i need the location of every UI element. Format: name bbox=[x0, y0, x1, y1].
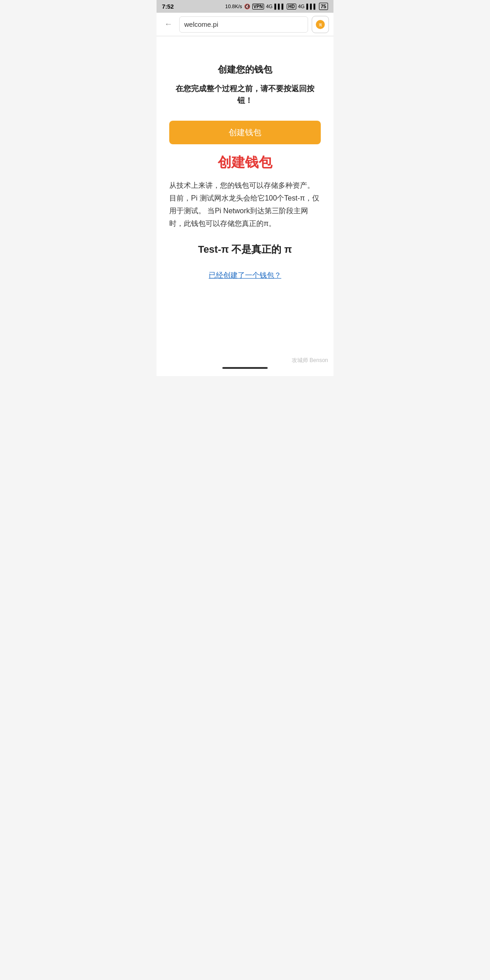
vpn-label: VPN bbox=[252, 4, 265, 10]
svg-text:π: π bbox=[319, 21, 322, 27]
section-heading: 创建钱包 bbox=[218, 153, 272, 172]
bottom-area: 攻城师 Benson bbox=[157, 354, 333, 376]
mute-icon: 🔇 bbox=[244, 4, 250, 10]
already-created-link[interactable]: 已经创建了一个钱包？ bbox=[209, 271, 281, 280]
signal-bars: ▌▌▌ bbox=[274, 4, 285, 9]
warning-text: 在您完成整个过程之前，请不要按返回按钮！ bbox=[169, 83, 321, 106]
hd-label: HD bbox=[287, 4, 296, 10]
back-icon: ← bbox=[164, 20, 172, 29]
browser-bar: ← welcome.pi π bbox=[157, 13, 333, 36]
signal-bars-2: ▌▌▌ bbox=[306, 4, 317, 9]
pi-network-icon: π bbox=[315, 20, 325, 29]
page-title: 创建您的钱包 bbox=[218, 64, 272, 76]
create-wallet-button[interactable]: 创建钱包 bbox=[169, 121, 321, 144]
address-text: welcome.pi bbox=[184, 20, 218, 28]
signal-4g: 4G bbox=[266, 4, 273, 9]
battery-indicator: 75 bbox=[319, 3, 328, 10]
pi-logo-button[interactable]: π bbox=[312, 16, 329, 33]
watermark: 攻城师 Benson bbox=[292, 357, 328, 363]
home-indicator bbox=[222, 367, 268, 369]
network-speed: 10.8K/s bbox=[225, 4, 242, 9]
address-bar[interactable]: welcome.pi bbox=[179, 16, 308, 33]
status-time: 7:52 bbox=[162, 3, 174, 10]
back-button[interactable]: ← bbox=[161, 17, 176, 32]
test-pi-notice: Test-π 不是真正的 π bbox=[198, 243, 292, 256]
status-icons: 10.8K/s 🔇 VPN 4G ▌▌▌ HD 4G ▌▌▌ 75 bbox=[225, 3, 328, 10]
status-bar: 7:52 10.8K/s 🔇 VPN 4G ▌▌▌ HD 4G ▌▌▌ 75 bbox=[157, 0, 333, 13]
main-content: 创建您的钱包 在您完成整个过程之前，请不要按返回按钮！ 创建钱包 创建钱包 从技… bbox=[157, 36, 333, 354]
signal-4g-2: 4G bbox=[298, 4, 305, 9]
description-text: 从技术上来讲，您的钱包可以存储多种资产。 目前，Pi 测试网水龙头会给它100个… bbox=[169, 179, 321, 230]
